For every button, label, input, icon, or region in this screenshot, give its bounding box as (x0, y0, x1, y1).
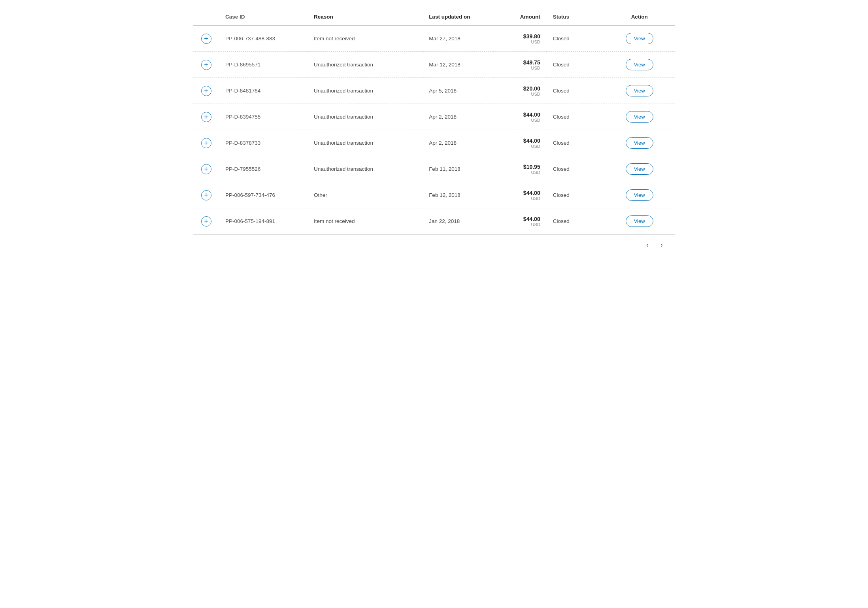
amount-header: Amount (493, 8, 546, 26)
view-button[interactable]: View (626, 189, 653, 201)
expand-icon[interactable]: + (201, 190, 211, 200)
reason-cell: Item not received (308, 208, 423, 234)
expand-icon[interactable]: + (201, 112, 211, 122)
action-cell: View (604, 52, 675, 78)
expand-cell: + (193, 26, 219, 52)
amount-currency: USD (500, 170, 540, 175)
amount-value: $44.00 (500, 111, 540, 118)
view-button[interactable]: View (626, 215, 653, 227)
amount-cell: $39.80 USD (493, 26, 546, 52)
expand-icon[interactable]: + (201, 164, 211, 174)
amount-currency: USD (500, 92, 540, 96)
table-header-row: Case ID Reason Last updated on Amount St… (193, 8, 675, 26)
table-row: + PP-006-737-488-883 Item not received M… (193, 26, 675, 52)
case-id-cell: PP-D-8695571 (219, 52, 308, 78)
table-row: + PP-006-575-194-891 Item not received J… (193, 208, 675, 234)
action-cell: View (604, 156, 675, 182)
reason-cell: Other (308, 182, 423, 208)
table-row: + PP-D-8378733 Unauthorized transaction … (193, 130, 675, 156)
view-button[interactable]: View (626, 59, 653, 70)
case-id-cell: PP-D-8394755 (219, 104, 308, 130)
table-row: + PP-D-8481784 Unauthorized transaction … (193, 78, 675, 104)
last-updated-cell: Mar 27, 2018 (423, 26, 493, 52)
last-updated-cell: Apr 2, 2018 (423, 130, 493, 156)
expand-header (193, 8, 219, 26)
amount-cell: $44.00 USD (493, 104, 546, 130)
amount-value: $39.80 (500, 33, 540, 40)
case-id-cell: PP-D-8378733 (219, 130, 308, 156)
case-id-cell: PP-D-8481784 (219, 78, 308, 104)
status-cell: Closed (547, 52, 604, 78)
expand-cell: + (193, 208, 219, 234)
expand-cell: + (193, 130, 219, 156)
table-row: + PP-006-597-734-476 Other Feb 12, 2018 … (193, 182, 675, 208)
amount-cell: $20.00 USD (493, 78, 546, 104)
view-button[interactable]: View (626, 85, 653, 96)
status-cell: Closed (547, 156, 604, 182)
last-updated-cell: Mar 12, 2018 (423, 52, 493, 78)
status-header: Status (547, 8, 604, 26)
case-id-cell: PP-006-737-488-883 (219, 26, 308, 52)
amount-currency: USD (500, 40, 540, 44)
case-id-cell: PP-006-597-734-476 (219, 182, 308, 208)
action-cell: View (604, 26, 675, 52)
action-cell: View (604, 104, 675, 130)
case-id-cell: PP-006-575-194-891 (219, 208, 308, 234)
expand-icon[interactable]: + (201, 216, 211, 227)
status-cell: Closed (547, 78, 604, 104)
view-button[interactable]: View (626, 33, 653, 44)
expand-icon[interactable]: + (201, 86, 211, 96)
last-updated-cell: Apr 2, 2018 (423, 104, 493, 130)
view-button[interactable]: View (626, 137, 653, 149)
case-id-header: Case ID (219, 8, 308, 26)
amount-value: $44.00 (500, 138, 540, 144)
view-button[interactable]: View (626, 111, 653, 123)
amount-value: $10.95 (500, 164, 540, 170)
reason-cell: Unauthorized transaction (308, 52, 423, 78)
status-cell: Closed (547, 182, 604, 208)
expand-cell: + (193, 52, 219, 78)
view-button[interactable]: View (626, 163, 653, 175)
last-updated-cell: Apr 5, 2018 (423, 78, 493, 104)
next-page-button[interactable]: › (656, 240, 667, 251)
amount-value: $49.75 (500, 59, 540, 66)
last-updated-cell: Feb 11, 2018 (423, 156, 493, 182)
amount-value: $44.00 (500, 190, 540, 196)
expand-cell: + (193, 156, 219, 182)
amount-cell: $44.00 USD (493, 208, 546, 234)
last-updated-cell: Jan 22, 2018 (423, 208, 493, 234)
last-updated-cell: Feb 12, 2018 (423, 182, 493, 208)
expand-icon[interactable]: + (201, 34, 211, 44)
amount-currency: USD (500, 66, 540, 70)
amount-currency: USD (500, 118, 540, 123)
main-container: Case ID Reason Last updated on Amount St… (181, 0, 687, 267)
reason-cell: Unauthorized transaction (308, 156, 423, 182)
reason-cell: Unauthorized transaction (308, 130, 423, 156)
amount-currency: USD (500, 144, 540, 149)
table-row: + PP-D-8695571 Unauthorized transaction … (193, 52, 675, 78)
amount-cell: $44.00 USD (493, 182, 546, 208)
cases-table: Case ID Reason Last updated on Amount St… (193, 8, 675, 234)
action-header: Action (604, 8, 675, 26)
status-cell: Closed (547, 130, 604, 156)
expand-icon[interactable]: + (201, 138, 211, 148)
status-cell: Closed (547, 104, 604, 130)
reason-cell: Unauthorized transaction (308, 78, 423, 104)
expand-cell: + (193, 78, 219, 104)
status-cell: Closed (547, 208, 604, 234)
action-cell: View (604, 130, 675, 156)
reason-header: Reason (308, 8, 423, 26)
pagination-row: ‹ › (193, 234, 675, 255)
prev-page-button[interactable]: ‹ (642, 240, 653, 251)
table-row: + PP-D-8394755 Unauthorized transaction … (193, 104, 675, 130)
last-updated-header: Last updated on (423, 8, 493, 26)
action-cell: View (604, 182, 675, 208)
amount-cell: $49.75 USD (493, 52, 546, 78)
expand-cell: + (193, 182, 219, 208)
reason-cell: Item not received (308, 26, 423, 52)
reason-cell: Unauthorized transaction (308, 104, 423, 130)
status-cell: Closed (547, 26, 604, 52)
table-row: + PP-D-7955526 Unauthorized transaction … (193, 156, 675, 182)
amount-currency: USD (500, 222, 540, 227)
expand-icon[interactable]: + (201, 60, 211, 70)
